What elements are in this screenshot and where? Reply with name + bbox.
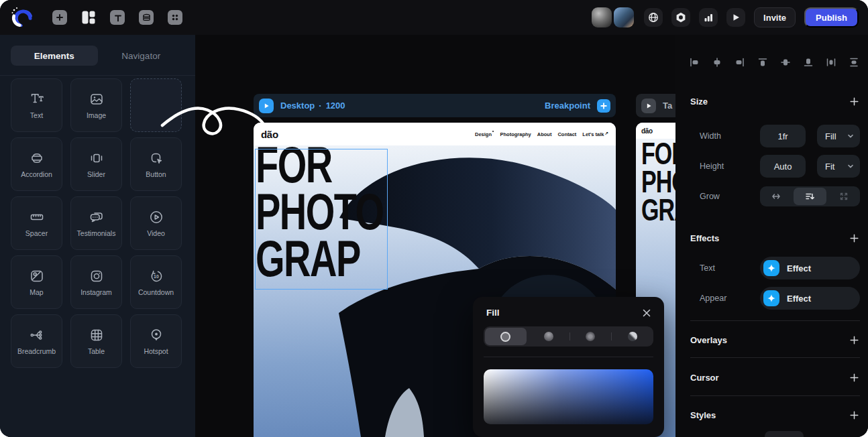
- add-size-icon[interactable]: [850, 97, 859, 106]
- external-arrow-icon: ↗: [605, 131, 608, 136]
- avatar[interactable]: [614, 7, 634, 27]
- element-tile-text[interactable]: Text: [11, 78, 62, 132]
- element-tile-countdown[interactable]: 10 Countdown: [130, 255, 182, 309]
- svg-text:10: 10: [154, 274, 159, 279]
- element-tile-accordion[interactable]: Accordion: [11, 137, 62, 191]
- preview-play-icon[interactable]: [726, 8, 745, 27]
- element-tile-image[interactable]: Image: [70, 78, 122, 132]
- analytics-icon[interactable]: [699, 8, 718, 27]
- element-tile-spacer[interactable]: Spacer: [11, 196, 62, 250]
- grow-label: Grow: [700, 185, 720, 208]
- layout-icon[interactable]: [81, 10, 96, 25]
- height-input[interactable]: Auto: [760, 155, 806, 178]
- elements-sidebar: Elements Navigator Text Image Accordion …: [0, 35, 195, 437]
- element-tile-map[interactable]: Map: [11, 255, 62, 309]
- fill-panel: Fill: [473, 297, 664, 437]
- insert-icon[interactable]: [52, 10, 67, 25]
- element-tile-testimonials[interactable]: Testimonials: [70, 196, 122, 250]
- apps-icon[interactable]: [168, 10, 182, 25]
- text-effect-button[interactable]: Effect: [760, 257, 860, 279]
- align-top-icon[interactable]: [757, 57, 768, 68]
- frame-label-separator: ·: [319, 101, 321, 111]
- element-tile-slider[interactable]: Slider: [70, 137, 122, 191]
- element-tile-hotspot[interactable]: Hotspot: [130, 314, 182, 368]
- grow-expand-icon[interactable]: [828, 186, 860, 206]
- design-canvas[interactable]: Desktop · 1200 Breakpoint dão Design Pho…: [195, 35, 675, 437]
- nav-about[interactable]: About: [537, 131, 552, 137]
- fill-type-angular[interactable]: [612, 328, 653, 345]
- element-tile-video[interactable]: Video: [130, 196, 182, 250]
- element-tile-instagram[interactable]: Instagram: [70, 255, 122, 309]
- add-breakpoint-icon[interactable]: [597, 99, 610, 113]
- align-bottom-icon[interactable]: [803, 57, 814, 68]
- hero-heading[interactable]: FOR PHOTO GRAP: [256, 141, 384, 283]
- styles-section-heading: Styles: [690, 410, 716, 420]
- width-input[interactable]: 1fr: [760, 125, 806, 147]
- color-picker-area[interactable]: [484, 369, 653, 424]
- height-label: Height: [700, 155, 724, 178]
- fill-type-radial[interactable]: [570, 328, 612, 345]
- element-tile-button[interactable]: Button: [130, 137, 182, 191]
- sparkle-icon: [763, 290, 779, 306]
- text-tool-icon[interactable]: [110, 10, 125, 25]
- align-right-icon[interactable]: [735, 57, 745, 68]
- effects-section-heading: Effects: [690, 233, 719, 243]
- alignment-toolbar: [689, 57, 859, 68]
- frame-play-icon[interactable]: [641, 99, 656, 113]
- add-style-icon[interactable]: [850, 411, 859, 420]
- hero-heading: FOR PHOTO GRAP: [641, 140, 675, 225]
- element-tile-table[interactable]: Table: [70, 314, 122, 368]
- tab-navigator[interactable]: Navigator: [98, 46, 185, 66]
- height-mode-select[interactable]: Fit: [817, 155, 860, 178]
- width-mode-select[interactable]: Fill: [817, 125, 860, 147]
- close-icon[interactable]: [643, 309, 651, 317]
- nav-contact[interactable]: Contact: [557, 131, 576, 137]
- element-tile-breadcrumb[interactable]: Breadcrumb: [11, 314, 62, 368]
- fill-type-gradient[interactable]: [528, 328, 569, 345]
- align-left-icon[interactable]: [689, 57, 700, 68]
- grow-segmented-control: [760, 186, 860, 206]
- grow-stack-icon[interactable]: [794, 188, 826, 205]
- spacer-element-icon: [29, 209, 45, 225]
- frame-device-label[interactable]: Ta: [663, 101, 672, 111]
- section-divider: [690, 357, 860, 358]
- cms-icon[interactable]: [139, 10, 154, 25]
- topbar-right: Invite Publish: [592, 7, 859, 27]
- nav-lets-talk[interactable]: Let's talk↗: [582, 131, 608, 137]
- slider-element-icon: [89, 150, 105, 166]
- align-center-vertical-icon[interactable]: [780, 57, 791, 68]
- size-section-heading: Size: [690, 97, 708, 107]
- nav-photography[interactable]: Photography: [500, 131, 531, 137]
- image-element-icon: [89, 91, 105, 107]
- breadcrumb-element-icon: [29, 327, 45, 343]
- appear-effect-label: Appear: [700, 287, 726, 310]
- invite-button[interactable]: Invite: [754, 7, 796, 27]
- inspector-panel: Size Width 1fr Fill Height Auto Fit Grow: [675, 35, 868, 437]
- grow-horizontal-icon[interactable]: [760, 186, 792, 206]
- panel-bottom-button-peek[interactable]: [765, 431, 804, 437]
- instagram-element-icon: [89, 268, 105, 284]
- section-divider: [690, 395, 860, 396]
- app-logo-icon[interactable]: [9, 5, 35, 30]
- nav-design[interactable]: Design: [475, 131, 494, 137]
- site-logo[interactable]: dão: [261, 129, 278, 140]
- add-overlay-icon[interactable]: [850, 336, 859, 345]
- add-cursor-icon[interactable]: [850, 373, 859, 382]
- frame-width-label[interactable]: 1200: [326, 101, 345, 111]
- add-effect-icon[interactable]: [850, 234, 859, 243]
- angular-swatch-icon: [628, 332, 637, 341]
- fill-type-solid[interactable]: [485, 328, 527, 345]
- align-center-horizontal-icon[interactable]: [712, 57, 722, 68]
- distribute-vertical-icon[interactable]: [849, 57, 859, 68]
- frame-play-icon[interactable]: [259, 99, 274, 113]
- element-tile-empty-slot[interactable]: [130, 78, 182, 132]
- distribute-horizontal-icon[interactable]: [826, 57, 836, 68]
- frame-device-label[interactable]: Desktop: [280, 101, 315, 111]
- avatar[interactable]: [592, 7, 612, 27]
- breakpoint-label[interactable]: Breakpoint: [545, 101, 590, 111]
- globe-icon[interactable]: [644, 8, 663, 27]
- publish-button[interactable]: Publish: [804, 7, 859, 27]
- tab-elements[interactable]: Elements: [11, 46, 98, 66]
- appear-effect-button[interactable]: Effect: [760, 287, 860, 310]
- settings-icon[interactable]: [671, 8, 690, 27]
